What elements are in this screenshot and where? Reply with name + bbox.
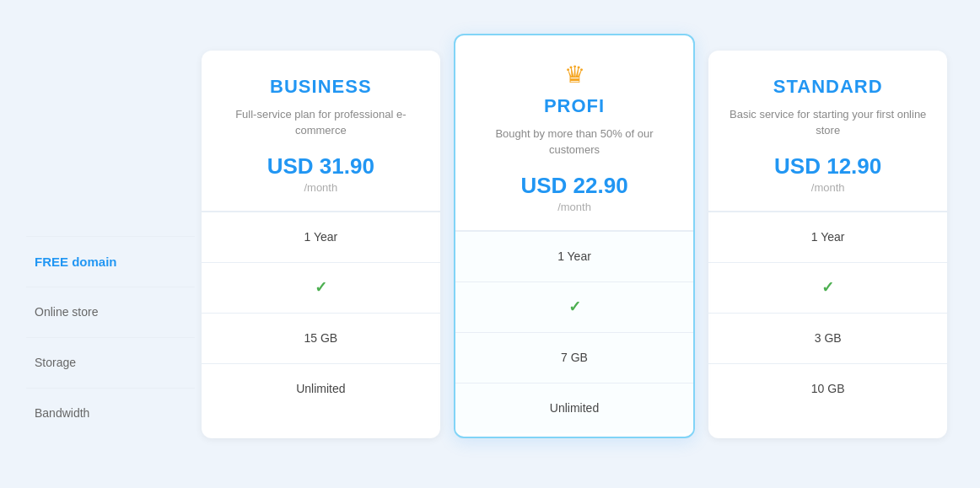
plan-features-profi: 1 Year✓7 GBUnlimited — [455, 231, 694, 433]
plan-name-standard: STANDARD — [725, 76, 930, 98]
feature-cell-business-storage: 15 GB — [202, 313, 440, 363]
feature-cell-profi-online-store: ✓ — [455, 282, 694, 332]
check-icon: ✓ — [568, 298, 581, 316]
plan-features-business: 1 Year✓15 GBUnlimited — [202, 212, 440, 414]
plan-header-business: BUSINESSFull-service plan for profession… — [202, 51, 440, 212]
feature-cell-standard-online-store: ✓ — [708, 262, 947, 313]
crown-icon: ♛ — [472, 61, 677, 88]
plan-price-profi: USD 22.90/month — [472, 173, 677, 213]
feature-cell-profi-free-domain: 1 Year — [455, 231, 694, 282]
plan-description-profi: Bought by more than 50% of our customers — [472, 126, 677, 159]
feature-cell-standard-free-domain: 1 Year — [708, 212, 947, 262]
feature-cell-profi-storage: 7 GB — [455, 332, 694, 383]
pricing-container: FREE domainOnline storeStorageBandwidth … — [26, 51, 954, 438]
feature-cell-standard-bandwidth: 10 GB — [708, 363, 947, 414]
feature-cell-profi-bandwidth: Unlimited — [455, 383, 694, 433]
plan-card-business: BUSINESSFull-service plan for profession… — [202, 51, 440, 438]
feature-cell-standard-storage: 3 GB — [708, 313, 947, 363]
plan-price-business: USD 31.90/month — [218, 153, 423, 194]
price-amount-business: USD 31.90 — [267, 153, 374, 179]
feature-labels: FREE domainOnline storeStorageBandwidth — [26, 51, 195, 438]
price-amount-standard: USD 12.90 — [774, 153, 881, 179]
feature-cell-business-free-domain: 1 Year — [202, 212, 440, 262]
feature-label-free-domain: FREE domain — [26, 236, 195, 287]
plan-header-profi: ♛PROFIBought by more than 50% of our cus… — [455, 35, 694, 231]
plan-header-standard: STANDARDBasic service for starting your … — [708, 51, 947, 212]
plan-price-standard: USD 12.90/month — [725, 153, 930, 194]
feature-cell-business-online-store: ✓ — [202, 262, 440, 313]
plan-card-standard: STANDARDBasic service for starting your … — [708, 51, 947, 438]
feature-label-online-store: Online store — [26, 287, 195, 337]
plan-name-business: BUSINESS — [218, 76, 423, 98]
price-amount-profi: USD 22.90 — [520, 173, 627, 198]
plan-description-business: Full-service plan for professional e-com… — [218, 106, 423, 140]
check-icon: ✓ — [821, 278, 834, 297]
price-period-business: /month — [218, 181, 423, 194]
plan-features-standard: 1 Year✓3 GB10 GB — [708, 212, 947, 414]
feature-label-bandwidth: Bandwidth — [26, 388, 195, 438]
plan-name-profi: PROFI — [472, 95, 677, 117]
feature-cell-business-bandwidth: Unlimited — [202, 363, 440, 414]
plan-description-standard: Basic service for starting your first on… — [725, 106, 930, 140]
price-period-standard: /month — [725, 181, 930, 194]
check-icon: ✓ — [315, 278, 327, 297]
plan-card-profi: ♛PROFIBought by more than 50% of our cus… — [454, 34, 696, 438]
feature-label-storage: Storage — [26, 337, 195, 388]
price-period-profi: /month — [472, 201, 677, 213]
